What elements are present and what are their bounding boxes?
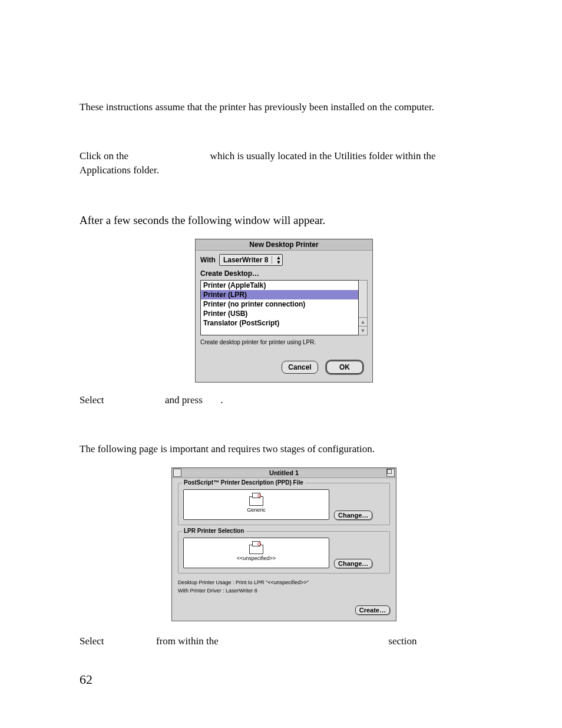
untitled1-screenshot: Untitled 1 PostScript™ Printer Descripti… (80, 467, 488, 621)
create-button[interactable]: Create… (355, 605, 390, 615)
lpr-row: <<unspecified>> Change… (183, 538, 385, 568)
following-page-text: The following page is important and requ… (80, 442, 488, 457)
window-title: New Desktop Printer (249, 241, 318, 249)
window-title: Untitled 1 (269, 469, 299, 476)
cancel-button[interactable]: Cancel (282, 361, 318, 374)
list-item[interactable]: Printer (USB) (201, 309, 358, 318)
printer-type-listbox: Printer (AppleTalk) Printer (LPR) Printe… (200, 280, 368, 335)
ppd-icon-label: Generic (247, 507, 266, 513)
zoom-box-icon[interactable] (386, 469, 395, 477)
list-item[interactable]: Printer (AppleTalk) (201, 281, 358, 290)
list-scrollbar[interactable]: ▲ ▼ (359, 280, 368, 335)
select-word: Select (80, 394, 104, 406)
spacer (80, 126, 488, 149)
with-popup-value: LaserWriter 8 (223, 256, 268, 264)
intro-text: These instructions assume that the print… (80, 100, 488, 115)
with-popup-menu[interactable]: LaserWriter 8 ▲▼ (219, 254, 283, 266)
ppd-group: PostScript™ Printer Description (PPD) Fi… (178, 483, 390, 525)
usage-text: Desktop Printer Usage : Print to LPR "<<… (178, 579, 390, 585)
popup-separator (272, 256, 272, 264)
ppd-row: Generic Change… (183, 489, 385, 520)
driver-text: With Printer Driver : LaserWriter 8 (178, 588, 390, 594)
list-item[interactable]: Printer (LPR) (201, 290, 358, 299)
printer-icon (249, 496, 263, 506)
lpr-icon-label: <<unspecified>> (237, 555, 276, 561)
printer-type-list[interactable]: Printer (AppleTalk) Printer (LPR) Printe… (200, 280, 359, 335)
spacer (178, 595, 390, 605)
document-page: These instructions assume that the print… (0, 0, 562, 723)
select-from-within-line: Select from within the section (80, 634, 488, 649)
lpr-change-button[interactable]: Change… (334, 559, 372, 568)
window-titlebar: New Desktop Printer (196, 239, 372, 251)
section-word: section (388, 635, 416, 647)
list-item[interactable]: Translator (PostScript) (201, 318, 358, 328)
spacer (80, 419, 488, 442)
untitled1-window: Untitled 1 PostScript™ Printer Descripti… (171, 467, 396, 621)
lpr-group: LPR Printer Selection <<unspecified>> Ch… (178, 531, 390, 574)
spacer (80, 189, 488, 212)
page-number: 62 (80, 672, 488, 687)
window-body: With LaserWriter 8 ▲▼ Create Desktop… Pr… (196, 251, 372, 382)
create-desktop-label: Create Desktop… (200, 269, 368, 278)
click-on-the: Click on the (80, 150, 128, 162)
lpr-iconbox: <<unspecified>> (183, 538, 329, 568)
click-on-line: Click on the which is usually located in… (80, 149, 488, 178)
popup-arrows-icon: ▲▼ (276, 255, 281, 265)
scroll-down-icon[interactable]: ▼ (359, 326, 367, 335)
new-desktop-printer-screenshot: New Desktop Printer With LaserWriter 8 ▲… (80, 239, 488, 383)
close-box-icon[interactable] (173, 469, 181, 477)
after-seconds: After a few seconds the following window… (80, 212, 488, 229)
create-row: Create… (178, 605, 390, 615)
ppd-legend: PostScript™ Printer Description (PPD) Fi… (182, 479, 305, 486)
list-hint-text: Create desktop printer for printer using… (200, 339, 368, 345)
dialog-button-row: Cancel OK (200, 357, 368, 380)
ppd-change-button[interactable]: Change… (334, 510, 372, 520)
lpr-legend: LPR Printer Selection (182, 528, 246, 534)
and-press: and press (165, 394, 203, 406)
scroll-up-icon[interactable]: ▲ (359, 317, 367, 326)
window-body: PostScript™ Printer Description (PPD) Fi… (172, 478, 396, 621)
new-desktop-printer-window: New Desktop Printer With LaserWriter 8 ▲… (195, 239, 373, 383)
select-and-press-line: Select and press . (80, 393, 488, 408)
ppd-iconbox: Generic (183, 489, 329, 520)
period: . (220, 394, 223, 406)
from-within-the: from within the (156, 635, 219, 647)
list-item[interactable]: Printer (no printer connection) (201, 299, 358, 309)
click-tail: which is usually located in the Utilitie… (80, 150, 436, 176)
with-label: With (200, 256, 216, 264)
with-row: With LaserWriter 8 ▲▼ (200, 254, 368, 266)
printer-icon (249, 545, 263, 554)
select-word-2: Select (80, 635, 104, 647)
window-titlebar: Untitled 1 (172, 468, 396, 478)
ok-button[interactable]: OK (326, 361, 363, 374)
